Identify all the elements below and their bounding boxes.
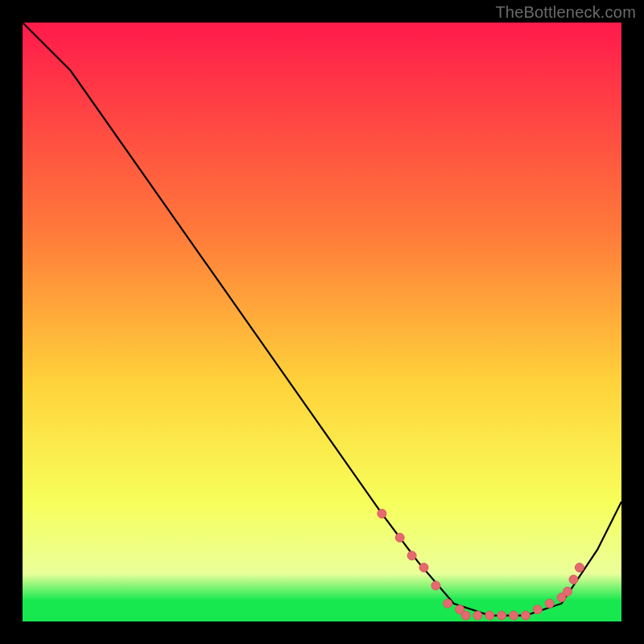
marker-dot	[569, 575, 578, 584]
bottleneck-chart	[23, 23, 621, 621]
marker-dot	[419, 564, 428, 572]
marker-dot	[564, 587, 572, 596]
marker-dot	[497, 611, 506, 620]
marker-dot	[545, 599, 554, 608]
plot-area	[23, 23, 621, 621]
marker-dot	[533, 605, 542, 614]
marker-dot	[522, 611, 530, 620]
chart-frame: TheBottleneck.com	[0, 0, 644, 644]
marker-dot	[378, 510, 386, 518]
marker-dot	[395, 533, 404, 542]
marker-dot	[510, 611, 518, 620]
marker-dot	[431, 581, 440, 590]
marker-dot	[575, 564, 584, 572]
marker-dot	[485, 611, 494, 620]
watermark-text: TheBottleneck.com	[495, 3, 636, 22]
marker-dot	[461, 611, 470, 620]
marker-dot	[473, 611, 482, 620]
gradient-background	[23, 23, 621, 621]
marker-dot	[407, 551, 416, 560]
marker-dot	[444, 599, 452, 608]
